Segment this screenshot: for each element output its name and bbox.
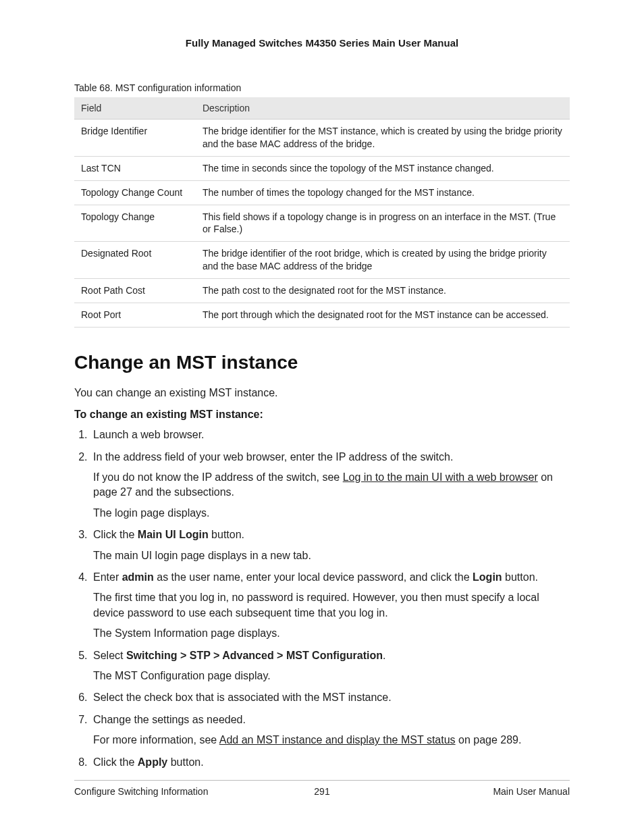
text-run: button. bbox=[209, 529, 244, 540]
document-page: Fully Managed Switches M4350 Series Main… bbox=[0, 0, 644, 834]
text-run: as the user name, enter your local devic… bbox=[154, 571, 473, 583]
ui-label-admin: admin bbox=[122, 571, 154, 583]
table-row: Root Path CostThe path cost to the desig… bbox=[74, 279, 570, 303]
cell-desc: The number of times the topology changed… bbox=[196, 180, 570, 205]
cell-desc: The port through which the designated ro… bbox=[196, 303, 570, 328]
steps-list: Launch a web browser. In the address fie… bbox=[74, 427, 570, 770]
step-paragraph: If you do not know the IP address of the… bbox=[93, 470, 570, 500]
step-7: Change the settings as needed. For more … bbox=[90, 712, 570, 748]
step-6: Select the check box that is associated … bbox=[90, 690, 570, 705]
text-run: button. bbox=[502, 571, 538, 583]
section-subheading: To change an existing MST instance: bbox=[74, 409, 570, 421]
mst-config-table: Field Description Bridge IdentifierThe b… bbox=[74, 97, 570, 328]
step-paragraph: For more information, see Add an MST ins… bbox=[93, 733, 570, 748]
ui-path-mst-config: Switching > STP > Advanced > MST Configu… bbox=[126, 650, 383, 661]
text-run: Click the bbox=[93, 529, 138, 540]
step-5: Select Switching > STP > Advanced > MST … bbox=[90, 648, 570, 684]
text-run: on page 289. bbox=[456, 734, 522, 746]
step-3: Click the Main UI Login button. The main… bbox=[90, 527, 570, 563]
table-row: Bridge IdentifierThe bridge identifier f… bbox=[74, 120, 570, 157]
text-run: Enter bbox=[93, 571, 122, 583]
table-row: Topology Change CountThe number of times… bbox=[74, 180, 570, 205]
section-intro: You can change an existing MST instance. bbox=[74, 386, 570, 400]
cell-field: Bridge Identifier bbox=[74, 120, 196, 157]
step-paragraph: The first time that you log in, no passw… bbox=[93, 590, 570, 621]
table-header-row: Field Description bbox=[74, 97, 570, 120]
cell-field: Topology Change Count bbox=[74, 180, 196, 205]
cell-desc: The bridge identifier of the root bridge… bbox=[196, 242, 570, 279]
link-login-main-ui[interactable]: Log in to the main UI with a web browser bbox=[343, 471, 538, 483]
cell-field: Root Path Cost bbox=[74, 279, 196, 303]
table-row: Root PortThe port through which the desi… bbox=[74, 303, 570, 328]
text-run: Select bbox=[93, 650, 126, 661]
step-paragraph: The main UI login page displays in a new… bbox=[93, 548, 570, 563]
document-title: Fully Managed Switches M4350 Series Main… bbox=[74, 37, 570, 49]
col-header-description: Description bbox=[196, 97, 570, 120]
col-header-field: Field bbox=[74, 97, 196, 120]
step-paragraph: The MST Configuration page display. bbox=[93, 669, 570, 683]
step-2: In the address field of your web browser… bbox=[90, 450, 570, 521]
step-text: Select the check box that is associated … bbox=[93, 692, 392, 703]
text-run: If you do not know the IP address of the… bbox=[93, 471, 343, 483]
page-footer: Configure Switching Information 291 Main… bbox=[74, 780, 570, 797]
table-row: Designated RootThe bridge identifier of … bbox=[74, 242, 570, 279]
text-run: For more information, see bbox=[93, 734, 219, 746]
cell-field: Designated Root bbox=[74, 242, 196, 279]
text-run: . bbox=[383, 650, 385, 661]
step-8: Click the Apply button. bbox=[90, 755, 570, 770]
table-caption: Table 68. MST configuration information bbox=[74, 82, 570, 93]
ui-label-apply: Apply bbox=[138, 756, 167, 768]
ui-label-main-ui-login: Main UI Login bbox=[138, 529, 209, 540]
table-row: Topology ChangeThis field shows if a top… bbox=[74, 205, 570, 242]
step-4: Enter admin as the user name, enter your… bbox=[90, 570, 570, 642]
section-heading: Change an MST instance bbox=[74, 352, 570, 373]
step-1: Launch a web browser. bbox=[90, 427, 570, 442]
cell-field: Last TCN bbox=[74, 156, 196, 180]
step-paragraph: The System Information page displays. bbox=[93, 626, 570, 641]
text-run: button. bbox=[167, 756, 203, 768]
cell-field: Root Port bbox=[74, 303, 196, 328]
step-text: Change the settings as needed. bbox=[93, 714, 246, 725]
step-paragraph: The login page displays. bbox=[93, 506, 570, 521]
cell-desc: The path cost to the designated root for… bbox=[196, 279, 570, 303]
cell-desc: The bridge identifier for the MST instan… bbox=[196, 120, 570, 157]
text-run: Click the bbox=[93, 756, 138, 768]
cell-desc: This field shows if a topology change is… bbox=[196, 205, 570, 242]
cell-desc: The time in seconds since the topology o… bbox=[196, 156, 570, 180]
ui-label-login: Login bbox=[473, 571, 502, 583]
step-text: Launch a web browser. bbox=[93, 429, 205, 440]
footer-page-number: 291 bbox=[74, 786, 570, 797]
step-text: In the address field of your web browser… bbox=[93, 451, 453, 463]
table-row: Last TCNThe time in seconds since the to… bbox=[74, 156, 570, 180]
cell-field: Topology Change bbox=[74, 205, 196, 242]
link-add-mst-instance[interactable]: Add an MST instance and display the MST … bbox=[219, 734, 456, 746]
